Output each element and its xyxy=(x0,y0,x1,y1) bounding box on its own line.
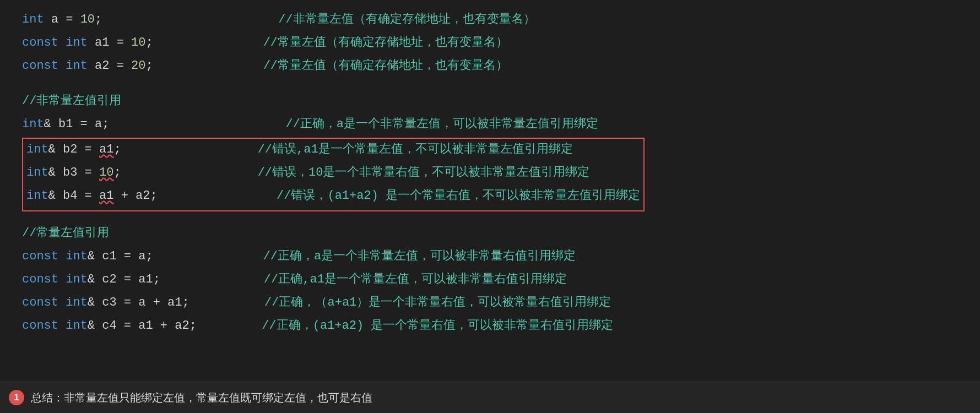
section-comment-2: //常量左值引用 xyxy=(22,224,958,247)
keyword-int: int xyxy=(22,10,44,29)
code-line-8: const int& c1 = a; //正确，a是一个非常量左值，可以被非常量… xyxy=(22,247,958,270)
section-comment-1: //非常量左值引用 xyxy=(22,91,958,115)
empty-line-1 xyxy=(22,79,958,91)
summary-text: 总结：非常量左值只能绑定左值，常量左值既可绑定左值，也可是右值 xyxy=(31,389,372,406)
code-line-2: const int a1 = 10; //常量左值（有确定存储地址，也有变量名） xyxy=(22,33,958,56)
comment-11: //正确，(a1+a2) 是一个常量右值，可以被非常量右值引用绑定 xyxy=(247,316,613,335)
summary-bar: 1 总结：非常量左值只能绑定左值，常量左值既可绑定左值，也可是右值 xyxy=(0,382,980,413)
code-line-6: int& b3 = 10; //错误，10是一个非常量右值，不可以被非常量左值引… xyxy=(26,163,640,186)
summary-badge: 1 xyxy=(9,390,24,405)
code-line-9: const int& c2 = a1; //正确,a1是一个常量左值，可以被非常… xyxy=(22,270,958,293)
comment-2: //常量左值（有确定存储地址，也有变量名） xyxy=(263,33,508,52)
empty-line-2 xyxy=(22,211,958,224)
code-line-10: const int& c3 = a + a1; //正确，（a+a1）是一个非常… xyxy=(22,293,958,316)
comment-3: //常量左值（有确定存储地址，也有变量名） xyxy=(263,56,508,75)
comment-5: //错误,a1是一个常量左值，不可以被非常量左值引用绑定 xyxy=(258,140,573,159)
code-line-11: const int& c4 = a1 + a2; //正确，(a1+a2) 是一… xyxy=(22,316,958,339)
comment-7: //错误，(a1+a2) 是一个常量右值，不可以被非常量左值引用绑定 xyxy=(262,186,640,205)
code-line-5: int& b2 = a1; //错误,a1是一个常量左值，不可以被非常量左值引用… xyxy=(26,140,640,163)
code-line-4: int& b1 = a; //正确，a是一个非常量左值，可以被非常量左值引用绑定 xyxy=(22,115,958,138)
code-line-3: const int a2 = 20; //常量左值（有确定存储地址，也有变量名） xyxy=(22,56,958,79)
comment-9: //正确,a1是一个常量左值，可以被非常量右值引用绑定 xyxy=(264,270,567,289)
code-line-7: int& b4 = a1 + a2; //错误，(a1+a2) 是一个常量右值，… xyxy=(26,186,640,209)
comment-4: //正确，a是一个非常量左值，可以被非常量左值引用绑定 xyxy=(285,115,598,134)
comment-10: //正确，（a+a1）是一个非常量右值，可以被常量右值引用绑定 xyxy=(250,293,611,312)
error-block: int& b2 = a1; //错误,a1是一个常量左值，不可以被非常量左值引用… xyxy=(22,138,645,211)
comment-8: //正确，a是一个非常量左值，可以被非常量右值引用绑定 xyxy=(263,247,576,266)
code-area: int a = 10; //非常量左值（有确定存储地址，也有变量名） const… xyxy=(0,0,980,383)
code-line-1: int a = 10; //非常量左值（有确定存储地址，也有变量名） xyxy=(22,10,958,33)
comment-6: //错误，10是一个非常量右值，不可以被非常量左值引用绑定 xyxy=(258,163,590,182)
comment-1: //非常量左值（有确定存储地址，也有变量名） xyxy=(278,10,535,29)
